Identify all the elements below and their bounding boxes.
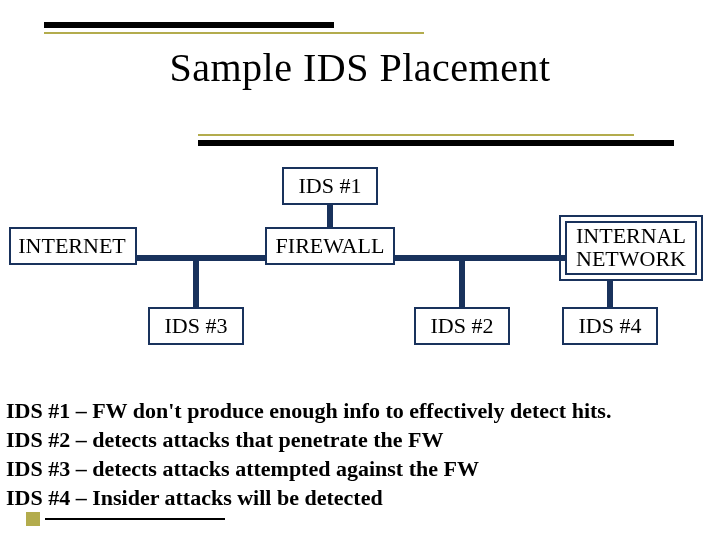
label-ids4: IDS #4 xyxy=(579,313,642,338)
label-internet: INTERNET xyxy=(18,233,126,258)
bullet-ids4: IDS #4 – Insider attacks will be detecte… xyxy=(6,483,714,512)
explanation-list: IDS #1 – FW don't produce enough info to… xyxy=(6,396,714,512)
bullet-ids3: IDS #3 – detects attacks attempted again… xyxy=(6,454,714,483)
title-rule-thick xyxy=(44,22,334,28)
page-title: Sample IDS Placement xyxy=(0,44,720,91)
footer-square-icon xyxy=(26,512,40,526)
separator-thin xyxy=(198,134,634,136)
bullet-ids2: IDS #2 – detects attacks that penetrate … xyxy=(6,425,714,454)
label-internal-network-2: NETWORK xyxy=(576,246,686,271)
ids-diagram: IDS #1 INTERNET FIREWALL INTERNAL NETWOR… xyxy=(0,146,720,386)
label-ids1: IDS #1 xyxy=(299,173,362,198)
label-ids2: IDS #2 xyxy=(431,313,494,338)
label-internal-network-1: INTERNAL xyxy=(576,223,686,248)
footer-rule xyxy=(45,518,225,520)
label-ids3: IDS #3 xyxy=(165,313,228,338)
bullet-ids1: IDS #1 – FW don't produce enough info to… xyxy=(6,396,714,425)
title-rule-thin xyxy=(44,32,424,34)
label-firewall: FIREWALL xyxy=(276,233,385,258)
